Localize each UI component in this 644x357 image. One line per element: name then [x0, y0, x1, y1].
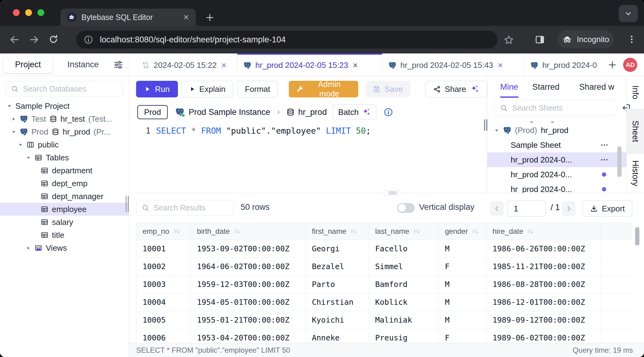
cell[interactable]: Bezalel: [306, 258, 369, 275]
cell[interactable]: Bamford: [369, 276, 439, 293]
caret-down-icon[interactable]: [7, 104, 12, 109]
results-resize-handle[interactable]: [384, 190, 402, 196]
editor-tab-2-active[interactable]: hr_prod 2024-02-05 15:23: [237, 53, 382, 76]
cell[interactable]: 10002: [136, 258, 191, 275]
sheet-search[interactable]: [495, 100, 616, 116]
sheet-item-sample-sheet[interactable]: Sample Sheet: [487, 138, 626, 152]
back-icon[interactable]: [9, 34, 20, 45]
results-search-input[interactable]: [154, 203, 229, 212]
minimize-window-button[interactable]: [25, 9, 32, 16]
tab-starred[interactable]: Starred: [532, 76, 560, 98]
sheet-group-hr-prod[interactable]: (Prod) hr_prod: [487, 123, 626, 138]
reload-icon[interactable]: [49, 34, 58, 44]
format-button[interactable]: Format: [237, 81, 278, 97]
cell[interactable]: M: [439, 311, 486, 329]
cell[interactable]: F: [439, 258, 486, 275]
avatar[interactable]: AD: [623, 58, 637, 72]
vertical-display-toggle[interactable]: [397, 203, 415, 213]
tree-item-table-dept-emp[interactable]: dept_emp: [0, 177, 129, 190]
column-header-gender[interactable]: gender: [439, 223, 486, 240]
cell[interactable]: F: [439, 329, 486, 343]
table-scrollbar[interactable]: [635, 227, 639, 245]
cell[interactable]: 1964-06-02T00:00:00Z: [191, 258, 306, 275]
cell[interactable]: M: [439, 276, 486, 293]
tree-item-table-title[interactable]: title: [0, 229, 129, 241]
forward-icon[interactable]: [29, 34, 39, 45]
close-icon[interactable]: [221, 62, 227, 69]
next-page-button[interactable]: [562, 201, 575, 216]
rail-tab-history[interactable]: History: [627, 154, 644, 193]
sheet-list-scrollbar[interactable]: [617, 146, 622, 177]
tree-item-project[interactable]: Sample Project: [0, 100, 129, 112]
cell[interactable]: 1985-11-21T00:00:00Z: [486, 258, 600, 275]
explain-button[interactable]: Explain: [182, 81, 233, 97]
tree-item-table-salary[interactable]: salary: [0, 216, 129, 229]
sort-icon[interactable]: [413, 228, 420, 235]
cell[interactable]: Parto: [306, 276, 369, 293]
caret-right-icon[interactable]: [26, 245, 31, 251]
table-row[interactable]: 100051955-01-21T00:00:00ZKyoichiMaliniak…: [136, 311, 633, 329]
cell[interactable]: Koblick: [369, 293, 439, 311]
cell[interactable]: Georgi: [306, 240, 369, 257]
cell[interactable]: 1986-12-01T00:00:00Z: [486, 293, 600, 311]
cell[interactable]: 1989-06-02T00:00:00Z: [486, 329, 600, 343]
cell[interactable]: 1986-06-26T00:00:00Z: [486, 240, 600, 257]
cell[interactable]: 1954-05-01T00:00:00Z: [191, 293, 306, 311]
tree-item-views-group[interactable]: Views: [0, 241, 129, 254]
caret-down-icon[interactable]: [494, 128, 499, 133]
cell[interactable]: 10004: [136, 293, 191, 311]
cell[interactable]: Simmel: [369, 258, 439, 275]
tree-item-table-department[interactable]: department: [0, 164, 129, 177]
database-name[interactable]: hr_prod: [298, 108, 327, 117]
cell[interactable]: Maliniak: [369, 311, 439, 329]
tab-shared[interactable]: Shared w: [579, 76, 614, 98]
cell[interactable]: Facello: [369, 240, 439, 257]
bookmark-star-icon[interactable]: [503, 34, 514, 45]
share-button[interactable]: Share: [426, 81, 487, 97]
table-row[interactable]: 100021964-06-02T00:00:00ZBezalelSimmelF1…: [136, 258, 633, 276]
export-button[interactable]: Export: [583, 201, 632, 217]
sort-icon[interactable]: [173, 228, 180, 235]
close-window-button[interactable]: [13, 9, 20, 16]
table-row[interactable]: 100011953-09-02T00:00:00ZGeorgiFacelloM1…: [136, 240, 633, 258]
browser-tab[interactable]: Bytebase SQL Editor: [61, 9, 196, 26]
caret-down-icon[interactable]: [11, 129, 16, 135]
sheet-item-unsaved[interactable]: hr_prod 2024-0...: [487, 167, 626, 182]
caret-down-icon[interactable]: [26, 155, 31, 160]
tab-instance[interactable]: Instance: [53, 60, 113, 69]
sheet-search-input[interactable]: [512, 104, 611, 112]
tab-mine[interactable]: Mine: [500, 76, 518, 98]
instance-name[interactable]: Prod Sample Instance: [189, 108, 270, 117]
column-header-last-name[interactable]: last_name: [369, 223, 439, 240]
rail-tab-sheet[interactable]: Sheet: [627, 109, 644, 154]
address-bar[interactable]: localhost:8080/sql-editor/sheet/project-…: [76, 31, 497, 49]
cell[interactable]: 1959-12-03T00:00:00Z: [191, 276, 306, 293]
column-header-hire-date[interactable]: hire_date: [486, 223, 600, 240]
sheet-item-current[interactable]: hr_prod 2024-0...: [487, 152, 626, 167]
editor-tab-3[interactable]: hr_prod 2024-02-05 15:43: [382, 53, 524, 76]
side-panel-icon[interactable]: [535, 34, 545, 45]
tree-item-schema-public[interactable]: public: [0, 138, 129, 151]
editor-tab-4[interactable]: hr_prod 2024-0: [524, 53, 603, 76]
sql-editor[interactable]: 1 SELECT * FROM "public"."employee" LIMI…: [129, 122, 487, 193]
page-number-input[interactable]: [507, 201, 546, 217]
sort-icon[interactable]: [472, 228, 479, 235]
table-row-clipped[interactable]: 100061953-04-20T00:00:00ZAnnekePreusigF1…: [136, 329, 633, 343]
cell[interactable]: 10006: [136, 329, 191, 343]
filter-settings-icon[interactable]: [113, 60, 123, 70]
column-header-birth-date[interactable]: birth_date: [191, 223, 306, 240]
tree-item-table-dept-manager[interactable]: dept_manager: [0, 190, 129, 203]
cell[interactable]: Kyoichi: [306, 311, 369, 329]
sort-icon[interactable]: [350, 228, 357, 235]
column-header-emp-no[interactable]: emp_no: [136, 223, 191, 240]
tree-item-table-employee[interactable]: employee: [0, 203, 129, 216]
batch-button[interactable]: Batch: [332, 104, 377, 120]
cell[interactable]: 10005: [136, 311, 191, 329]
connection-info-icon[interactable]: [384, 108, 393, 117]
sidebar-resize-handle[interactable]: [126, 196, 129, 212]
caret-down-icon[interactable]: [18, 142, 23, 147]
close-tab-icon[interactable]: [183, 14, 190, 21]
new-tab-icon[interactable]: [205, 13, 214, 22]
save-button[interactable]: Save: [366, 81, 410, 97]
results-search[interactable]: [136, 200, 234, 215]
